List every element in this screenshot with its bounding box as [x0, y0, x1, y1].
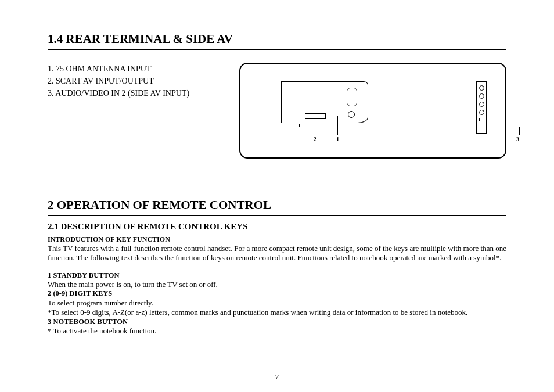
av-jack-icon: [479, 85, 484, 91]
intro-title: INTRODUCTION OF KEY FUNCTION: [48, 235, 506, 244]
key-1-line-1: When the main power is on, to turn the T…: [48, 280, 506, 289]
diagram-pointer-1: [337, 116, 338, 135]
diagram-pointer-3: [519, 127, 520, 135]
diagram-label-2: 2: [314, 136, 316, 142]
av-jack-icon: [479, 110, 484, 115]
antenna-connector-icon: [348, 111, 355, 118]
side-av-panel-icon: [476, 81, 487, 134]
section-1-heading: 1.4 REAR TERMINAL & SIDE AV: [48, 32, 506, 46]
diagram-pointer-2: [315, 123, 315, 135]
section-2-rule: [48, 215, 506, 216]
key-2-line-2: *To select 0-9 digits, A-Z(or a-z) lette…: [48, 308, 506, 317]
key-1-title: 1 STANDBY BUTTON: [48, 271, 506, 280]
diagram-label-3: 3: [516, 136, 519, 142]
section-2-heading: 2 OPERATION OF REMOTE CONTROL: [48, 198, 506, 213]
section-1-content: 1. 75 OHM ANTENNA INPUT 2. SCART AV INPU…: [48, 63, 506, 159]
section-2-1-heading: 2.1 DESCRIPTION OF REMOTE CONTROL KEYS: [48, 222, 506, 232]
key-3-line-1: * To activate the notebook function.: [48, 326, 506, 336]
key-2-title: 2 (0-9) DIGIT KEYS: [48, 289, 506, 299]
terminal-item-3: 3. AUDIO/VIDEO IN 2 (SIDE AV INPUT): [48, 87, 216, 99]
rear-terminal-diagram: 2 1 3: [239, 63, 506, 159]
av-jack-icon: [479, 93, 484, 99]
av-jack-icon: [479, 118, 484, 121]
terminal-item-2: 2. SCART AV INPUT/OUTPUT: [48, 75, 216, 87]
document-page: 1.4 REAR TERMINAL & SIDE AV 1. 75 OHM AN…: [0, 0, 554, 392]
section-2: 2 OPERATION OF REMOTE CONTROL 2.1 DESCRI…: [48, 198, 506, 336]
tv-rear-bulge: [347, 88, 357, 106]
key-2-line-1: To select program number directly.: [48, 299, 506, 308]
page-number: 7: [0, 372, 554, 382]
tv-rear-outline: [281, 81, 368, 123]
tv-stand-icon: [299, 124, 350, 127]
terminal-item-1: 1. 75 OHM ANTENNA INPUT: [48, 63, 216, 75]
scart-connector-icon: [305, 113, 326, 119]
section-1-rule: [48, 49, 506, 50]
key-3-title: 3 NOTEBOOK BUTTON: [48, 318, 506, 327]
terminal-list: 1. 75 OHM ANTENNA INPUT 2. SCART AV INPU…: [48, 63, 216, 99]
diagram-label-1: 1: [336, 136, 339, 142]
av-jack-icon: [479, 102, 484, 107]
intro-body: This TV features with a full-function re…: [48, 244, 506, 263]
